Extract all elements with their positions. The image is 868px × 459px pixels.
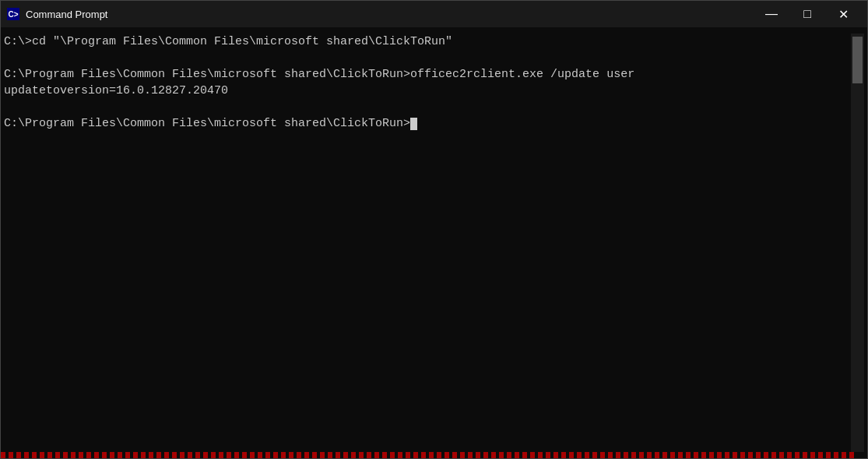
scrollbar-thumb[interactable] (852, 37, 863, 83)
terminal-line (4, 50, 851, 66)
title-bar-left: C> Command Prompt (7, 8, 107, 20)
terminal-line (4, 99, 851, 115)
red-underline-decoration (1, 452, 854, 458)
terminal-body[interactable]: C:\>cd "\Program Files\Common Files\micr… (1, 27, 867, 458)
cursor (410, 118, 417, 130)
cmd-icon-symbol: C> (7, 8, 19, 20)
scrollbar[interactable] (851, 34, 864, 452)
terminal-line: C:\>cd "\Program Files\Common Files\micr… (4, 34, 851, 50)
close-button[interactable]: ✕ (825, 1, 861, 27)
terminal-line: updatetoversion=16.0.12827.20470 (4, 83, 851, 99)
window-controls: — □ ✕ (754, 1, 861, 27)
maximize-button[interactable]: □ (789, 1, 825, 27)
app-icon: C> (7, 8, 19, 20)
minimize-button[interactable]: — (754, 1, 789, 27)
title-bar: C> Command Prompt — □ ✕ (1, 1, 867, 27)
command-prompt-window: C> Command Prompt — □ ✕ C:\>cd "\Program… (0, 0, 868, 459)
terminal-content: C:\>cd "\Program Files\Common Files\micr… (4, 34, 851, 452)
terminal-line: C:\Program Files\Common Files\microsoft … (4, 66, 851, 83)
terminal-line: C:\Program Files\Common Files\microsoft … (4, 115, 851, 132)
window-title: Command Prompt (26, 9, 107, 20)
